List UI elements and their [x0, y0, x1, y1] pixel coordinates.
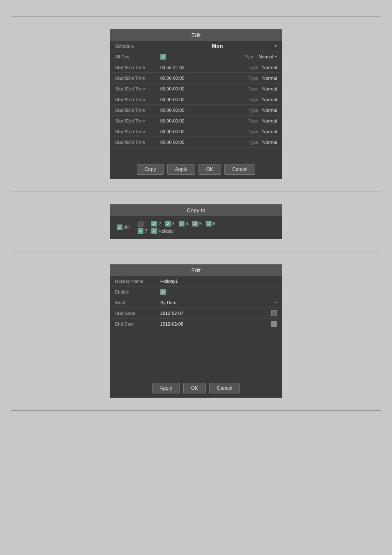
type-value-3: Normal: [263, 97, 277, 102]
holiday-mode-row: Mode By Date ▾: [110, 297, 282, 308]
holiday-mode-dropdown[interactable]: By Date ▾: [160, 300, 277, 305]
type-label-6: Type: [249, 129, 258, 134]
type-group-5: Type Normal: [249, 118, 277, 123]
checkbox-holiday[interactable]: ✓: [151, 228, 157, 234]
time-row-2: Start/End Time 00:00-00:00 Type Normal: [110, 83, 282, 94]
checkbox-7[interactable]: ✓: [138, 228, 143, 234]
holiday-dialog-footer: Apply OK Cancel: [110, 379, 282, 398]
allday-row: All Day ✓ Type Normal ▾: [110, 51, 282, 62]
copy-item-3[interactable]: ✓ 3: [165, 221, 175, 227]
time-label-6: Start/End Time: [115, 129, 160, 134]
schedule-dropdown-arrow[interactable]: ▾: [274, 43, 277, 49]
time-row-1: Start/End Time 00:00-00:00 Type Normal: [110, 73, 282, 83]
type-group-4: Type Normal: [249, 108, 277, 113]
holiday-enable-checkbox[interactable]: ✓: [160, 289, 277, 295]
time-label-1: Start/End Time: [115, 76, 160, 81]
time-value-2[interactable]: 00:00-00:00: [160, 86, 249, 91]
holiday-enable-row: Enable ✓: [110, 287, 282, 297]
ok-button[interactable]: OK: [198, 164, 221, 175]
holiday-dialog: Edit Holiday Name Holiday1 Enable ✓ Mode…: [110, 264, 282, 398]
time-value-5[interactable]: 00:00-00:00: [160, 118, 249, 123]
copy-item-holiday[interactable]: ✓ Holiday: [151, 228, 173, 234]
copy-items-grid: 1 ✓ 2 ✓ 3 ✓ 4 ✓: [138, 221, 215, 234]
allday-type-group: Type Normal ▾: [245, 54, 277, 59]
time-row-6: Start/End Time 00:00-00:00 Type Normal: [110, 126, 282, 137]
copy-dialog: Copy to ✓ All 1 ✓ 2 ✓: [110, 204, 282, 239]
holiday-start-date-label: Start Date: [115, 311, 160, 316]
type-value-5: Normal: [263, 118, 277, 123]
holiday-name-row: Holiday Name Holiday1: [110, 276, 282, 287]
schedule-value: Mon: [160, 43, 274, 49]
time-row-5: Start/End Time 00:00-00:00 Type Normal: [110, 116, 282, 126]
checkbox-4[interactable]: ✓: [179, 221, 184, 227]
holiday-mode-value: By Date: [160, 300, 273, 305]
type-value-6: Normal: [263, 129, 277, 134]
edit-dialog-1-body: Schedule Mon ▾ All Day ✓ Type Normal ▾ S…: [110, 41, 282, 160]
time-value-4[interactable]: 00:00-00:00: [160, 108, 249, 113]
cancel-button[interactable]: Cancel: [224, 164, 255, 175]
holiday-mode-label: Mode: [115, 300, 160, 305]
allday-check-icon[interactable]: ✓: [160, 54, 166, 60]
type-label-3: Type: [249, 97, 258, 102]
holiday-dialog-title: Edit: [110, 265, 282, 276]
item-label-holiday: Holiday: [158, 229, 173, 234]
copy-item-1[interactable]: 1: [138, 221, 147, 227]
end-date-calendar-icon[interactable]: [271, 321, 277, 327]
holiday-ok-button[interactable]: OK: [183, 383, 206, 393]
mode-dropdown-arrow[interactable]: ▾: [275, 300, 277, 305]
schedule-row: Schedule Mon ▾: [110, 41, 282, 51]
time-row-3: Start/End Time 00:00-00:00 Type Normal: [110, 94, 282, 105]
all-checkbox[interactable]: ✓: [117, 224, 122, 230]
allday-checkbox[interactable]: ✓: [160, 54, 245, 60]
time-label-4: Start/End Time: [115, 108, 160, 113]
type-label-2: Type: [249, 86, 258, 91]
time-label-0: Start/End Time: [115, 65, 160, 70]
holiday-start-date-value[interactable]: 2012-02-07: [160, 311, 268, 316]
item-label-6: 6: [213, 221, 215, 226]
type-label-7: Type: [249, 140, 258, 145]
divider-bottom: [11, 410, 381, 411]
type-label-4: Type: [249, 108, 258, 113]
copy-item-4[interactable]: ✓ 4: [179, 221, 188, 227]
type-value-2: Normal: [263, 86, 277, 91]
copy-row-1: 1 ✓ 2 ✓ 3 ✓ 4 ✓: [138, 221, 215, 227]
time-value-0[interactable]: 03:55-21:02: [160, 65, 249, 70]
time-label-3: Start/End Time: [115, 97, 160, 102]
type-group-2: Type Normal: [249, 86, 277, 91]
copy-row-2: ✓ 7 ✓ Holiday: [138, 228, 215, 234]
holiday-enable-label: Enable: [115, 289, 160, 294]
start-date-calendar-icon[interactable]: [271, 310, 277, 316]
copy-item-6[interactable]: ✓ 6: [206, 221, 215, 227]
checkbox-2[interactable]: ✓: [151, 221, 157, 227]
checkbox-6[interactable]: ✓: [206, 221, 212, 227]
time-row-7: Start/End Time 00:00-00:00 Type Normal: [110, 137, 282, 148]
checkbox-5[interactable]: ✓: [192, 221, 198, 227]
copy-item-2[interactable]: ✓ 2: [151, 221, 161, 227]
time-value-6[interactable]: 00:00-00:00: [160, 129, 249, 134]
divider-2: [11, 192, 381, 192]
apply-button[interactable]: Apply: [167, 164, 195, 175]
item-label-2: 2: [158, 221, 161, 226]
holiday-name-label: Holiday Name: [115, 279, 160, 284]
checkbox-1[interactable]: [138, 221, 143, 227]
checkbox-3[interactable]: ✓: [165, 221, 171, 227]
allday-type-dropdown[interactable]: ▾: [275, 54, 277, 59]
copy-all-section: ✓ All: [117, 224, 129, 230]
enable-check-icon[interactable]: ✓: [160, 289, 166, 295]
time-value-7[interactable]: 00:00-00:00: [160, 140, 249, 145]
holiday-apply-button[interactable]: Apply: [152, 383, 180, 393]
holiday-cancel-button[interactable]: Cancel: [209, 383, 240, 393]
holiday-name-value[interactable]: Holiday1: [160, 279, 277, 284]
holiday-end-date-label: End Date: [115, 321, 160, 326]
copy-item-5[interactable]: ✓ 5: [192, 221, 202, 227]
type-group-1: Type Normal: [249, 76, 277, 81]
time-label-5: Start/End Time: [115, 118, 160, 123]
time-value-1[interactable]: 00:00-00:00: [160, 76, 249, 81]
copy-button[interactable]: Copy: [137, 164, 164, 175]
allday-label: All Day: [115, 54, 160, 59]
holiday-end-date-value[interactable]: 2012-02-08: [160, 321, 268, 326]
section-2: Copy to ✓ All 1 ✓ 2 ✓: [0, 196, 392, 247]
item-label-3: 3: [172, 221, 175, 226]
time-value-3[interactable]: 00:00-00:00: [160, 97, 249, 102]
copy-item-7[interactable]: ✓ 7: [138, 228, 147, 234]
